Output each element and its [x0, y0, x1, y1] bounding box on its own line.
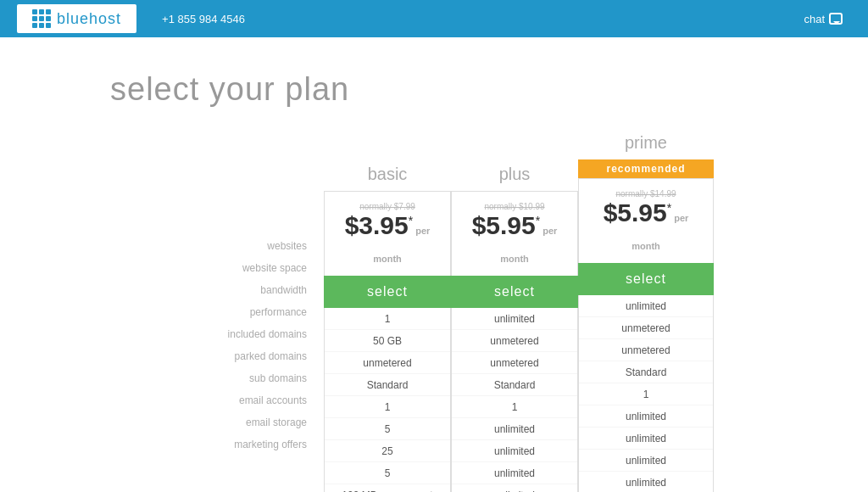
label-parked-domains: parked domains [154, 345, 307, 367]
plus-select-top-button[interactable]: select [451, 276, 578, 308]
prime-space: unmetered [579, 317, 713, 339]
prime-parked-domains: unlimited [579, 405, 713, 428]
prime-price: $5.95* permonth [587, 198, 704, 254]
label-marketing-offers: marketing offers [154, 433, 307, 456]
plus-performance: Standard [452, 374, 577, 396]
label-email-accounts: email accounts [154, 389, 307, 411]
basic-space: 50 GB [325, 330, 450, 352]
basic-plan-name: basic [324, 165, 451, 191]
basic-features: 1 50 GB unmetered Standard 1 5 25 5 100 … [324, 308, 451, 492]
label-email-storage: email storage [154, 411, 307, 433]
chat-label: chat [804, 13, 825, 25]
prime-included-domains: 1 [579, 383, 713, 405]
page-title-area: select your plan [0, 37, 868, 133]
prime-email-accounts: unlimited [579, 450, 713, 472]
plus-plan-name: plus [451, 165, 578, 191]
basic-included-domains: 1 [325, 396, 450, 418]
recommended-badge: recommended [578, 159, 714, 178]
prime-price-box: normally $14.99 $5.95* permonth [578, 178, 714, 263]
plus-space: unmetered [452, 330, 577, 352]
plus-bandwidth: unmetered [452, 352, 577, 374]
basic-select-top-button[interactable]: select [324, 276, 451, 308]
feature-labels-column: websites website space bandwidth perform… [154, 133, 324, 456]
basic-performance: Standard [325, 374, 450, 396]
logo-grid-icon [32, 9, 51, 28]
label-bandwidth: bandwidth [154, 279, 307, 301]
prime-features: unlimited unmetered unmetered Standard 1… [578, 295, 714, 492]
label-websites: websites [154, 235, 307, 257]
basic-normally: normally $7.99 [333, 202, 442, 211]
basic-parked-domains: 5 [325, 418, 450, 440]
plus-websites: unlimited [452, 308, 577, 330]
prime-websites: unlimited [579, 295, 713, 317]
logo-text: bluehost [57, 10, 121, 28]
basic-price-box: normally $7.99 $3.95* permonth [324, 191, 451, 276]
logo-area[interactable]: bluehost [17, 4, 136, 33]
prime-bandwidth: unmetered [579, 339, 713, 361]
plan-prime: prime recommended normally $14.99 $5.95*… [578, 133, 714, 492]
plus-price: $5.95* permonth [460, 211, 569, 267]
label-sub-domains: sub domains [154, 367, 307, 389]
phone-number: +1 855 984 4546 [162, 13, 245, 25]
label-performance: performance [154, 301, 307, 323]
plans-container: websites website space bandwidth perform… [0, 133, 868, 492]
page-title: select your plan [110, 71, 868, 108]
prime-select-top-button[interactable]: select [578, 263, 714, 295]
prime-plan-name: prime [578, 133, 714, 159]
basic-sub-domains: 25 [325, 440, 450, 462]
basic-email-accounts: 5 [325, 462, 450, 484]
label-website-space: website space [154, 257, 307, 279]
plan-plus: plus normally $10.99 $5.95* permonth sel… [451, 133, 578, 492]
plus-normally: normally $10.99 [460, 202, 569, 211]
plus-included-domains: 1 [452, 396, 577, 418]
basic-bandwidth: unmetered [325, 352, 450, 374]
prime-email-storage: unlimited [579, 472, 713, 492]
plus-features: unlimited unmetered unmetered Standard 1… [451, 308, 578, 492]
basic-email-storage: 100 MB per account [325, 484, 450, 492]
plus-parked-domains: unlimited [452, 418, 577, 440]
plus-price-box: normally $10.99 $5.95* permonth [451, 191, 578, 276]
header: bluehost +1 855 984 4546 chat [0, 0, 868, 37]
prime-performance: Standard [579, 361, 713, 383]
basic-price: $3.95* permonth [333, 211, 442, 267]
plus-email-accounts: unlimited [452, 462, 577, 484]
prime-sub-domains: unlimited [579, 428, 713, 450]
chat-link[interactable]: chat [804, 13, 843, 25]
plan-basic: basic normally $7.99 $3.95* permonth sel… [324, 133, 451, 492]
chat-bubble-icon [829, 13, 843, 25]
plus-email-storage: unlimited [452, 484, 577, 492]
label-included-domains: included domains [154, 323, 307, 345]
plus-sub-domains: unlimited [452, 440, 577, 462]
basic-websites: 1 [325, 308, 450, 330]
prime-normally: normally $14.99 [587, 189, 704, 198]
